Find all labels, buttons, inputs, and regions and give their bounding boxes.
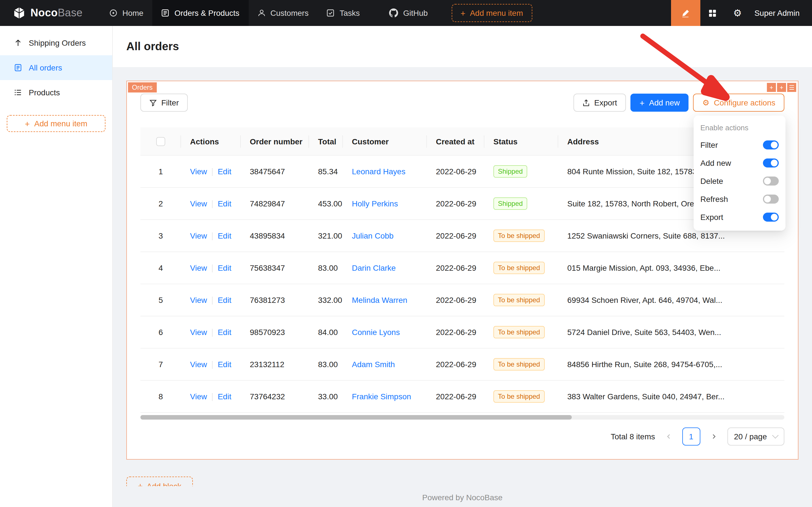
nav-add-menu-item-button[interactable]: + Add menu item bbox=[451, 4, 532, 22]
next-page-button[interactable] bbox=[705, 428, 722, 446]
delete-toggle[interactable] bbox=[763, 176, 779, 185]
view-link[interactable]: View bbox=[190, 392, 207, 401]
configure-actions-button[interactable]: ⚙ Configure actions bbox=[693, 94, 785, 112]
app-root: NocoBase Home Orders & Products Customer… bbox=[0, 0, 812, 507]
block-collection-tag: Orders bbox=[128, 82, 157, 93]
sidebar-item-products[interactable]: Products bbox=[0, 80, 112, 105]
add-new-button[interactable]: + Add new bbox=[630, 94, 689, 112]
row-index: 1 bbox=[140, 156, 181, 188]
sidebar-item-label: Products bbox=[29, 88, 60, 97]
plugins-grid-button[interactable] bbox=[700, 0, 725, 26]
view-link[interactable]: View bbox=[190, 199, 207, 208]
sidebar-item-all-orders[interactable]: All orders bbox=[0, 55, 112, 80]
customer-link[interactable]: Darin Clarke bbox=[352, 264, 396, 273]
dropdown-item-export[interactable]: Export bbox=[694, 208, 786, 226]
customer-link[interactable]: Leonard Hayes bbox=[352, 167, 405, 176]
order-number-cell: 74829847 bbox=[241, 188, 309, 220]
edit-link[interactable]: Edit bbox=[218, 231, 231, 240]
nav-item-github[interactable]: GitHub bbox=[380, 0, 437, 26]
nav-item-home[interactable]: Home bbox=[100, 0, 153, 26]
customer-link[interactable]: Melinda Warren bbox=[352, 296, 407, 305]
edit-link[interactable]: Edit bbox=[218, 392, 231, 401]
view-link[interactable]: View bbox=[190, 328, 207, 337]
customer-link[interactable]: Connie Lyons bbox=[352, 328, 400, 337]
filter-toggle[interactable] bbox=[763, 140, 779, 150]
row-index: 2 bbox=[140, 188, 181, 220]
nav-item-label: Customers bbox=[270, 8, 308, 17]
status-cell: To be shipped bbox=[484, 317, 558, 348]
edit-link[interactable]: Edit bbox=[218, 295, 231, 304]
add-block-button[interactable]: + Add block bbox=[126, 477, 193, 487]
nav-item-customers[interactable]: Customers bbox=[248, 0, 317, 26]
sidebar-add-menu-item-button[interactable]: + Add menu item bbox=[7, 115, 106, 132]
row-index: 4 bbox=[140, 252, 181, 284]
dropdown-item-refresh[interactable]: Refresh bbox=[694, 190, 786, 208]
edit-link[interactable]: Edit bbox=[218, 199, 231, 208]
ui-editor-toggle-button[interactable] bbox=[671, 0, 700, 26]
page-number-button[interactable]: 1 bbox=[682, 428, 700, 446]
toolbar-right-group: Export + Add new ⚙ Configure actions bbox=[574, 94, 785, 112]
view-link[interactable]: View bbox=[190, 263, 207, 272]
brand-name-bold: Noco bbox=[31, 7, 58, 19]
column-header-status: Status bbox=[484, 127, 558, 156]
add-block-clip: + Add block bbox=[126, 477, 193, 487]
status-cell: To be shipped bbox=[484, 348, 558, 381]
customers-icon bbox=[257, 9, 265, 17]
dropdown-item-add-new[interactable]: Add new bbox=[694, 154, 786, 172]
order-number-cell: 75638347 bbox=[241, 252, 309, 284]
view-link[interactable]: View bbox=[190, 231, 207, 240]
customer-link[interactable]: Adam Smith bbox=[352, 360, 395, 369]
dropdown-item-label: Filter bbox=[700, 140, 718, 150]
export-toggle[interactable] bbox=[763, 213, 779, 222]
page-header: All orders bbox=[113, 26, 812, 67]
nav-item-tasks[interactable]: Tasks bbox=[317, 0, 369, 26]
nav-item-label: Orders & Products bbox=[175, 8, 239, 17]
status-badge: Shipped bbox=[494, 166, 527, 178]
horizontal-scrollbar[interactable] bbox=[140, 415, 785, 420]
customer-link[interactable]: Holly Perkins bbox=[352, 200, 398, 208]
column-header-order-number: Order number bbox=[241, 127, 309, 156]
table-row: 8 ViewEdit 73764232 33.00 Frankie Simpso… bbox=[140, 381, 785, 413]
dropdown-item-filter[interactable]: Filter bbox=[694, 136, 786, 154]
address-cell: 69934 Schoen River, Apt. 646, 49704, Wal… bbox=[558, 284, 785, 317]
gear-icon: ⚙ bbox=[702, 99, 709, 107]
view-link[interactable]: View bbox=[190, 167, 207, 176]
brand-name: NocoBase bbox=[31, 7, 82, 19]
page-size-select[interactable]: 20 / page bbox=[727, 428, 785, 446]
select-all-checkbox[interactable] bbox=[156, 137, 165, 146]
block-settings-icon[interactable]: ☰ bbox=[787, 83, 796, 92]
view-link[interactable]: View bbox=[190, 360, 207, 369]
export-icon bbox=[582, 99, 590, 106]
address-cell: 015 Margie Mission, Apt. 093, 34936, Ebe… bbox=[558, 252, 785, 284]
top-nav: NocoBase Home Orders & Products Customer… bbox=[0, 0, 812, 26]
user-menu[interactable]: Super Admin bbox=[750, 8, 812, 17]
block-initializer-icon[interactable]: + bbox=[777, 83, 786, 92]
customer-link[interactable]: Frankie Simpson bbox=[352, 392, 411, 401]
edit-link[interactable]: Edit bbox=[218, 328, 231, 337]
row-actions: ViewEdit bbox=[181, 188, 241, 220]
customer-link[interactable]: Julian Cobb bbox=[352, 231, 394, 240]
filter-button-label: Filter bbox=[161, 98, 179, 107]
drag-handle-icon[interactable]: + bbox=[767, 83, 776, 92]
brand-logo[interactable]: NocoBase bbox=[0, 0, 100, 26]
edit-link[interactable]: Edit bbox=[218, 167, 231, 176]
view-link[interactable]: View bbox=[190, 295, 207, 304]
edit-link[interactable]: Edit bbox=[218, 263, 231, 272]
status-cell: Shipped bbox=[484, 188, 558, 220]
nav-item-orders-products[interactable]: Orders & Products bbox=[153, 0, 248, 26]
sidebar-item-shipping-orders[interactable]: Shipping Orders bbox=[0, 31, 112, 55]
previous-page-button[interactable] bbox=[659, 428, 678, 446]
gear-icon: ⚙ bbox=[733, 8, 742, 18]
edit-link[interactable]: Edit bbox=[218, 360, 231, 369]
refresh-toggle[interactable] bbox=[763, 194, 779, 204]
filter-button[interactable]: Filter bbox=[140, 94, 188, 112]
settings-button[interactable]: ⚙ bbox=[725, 0, 750, 26]
dropdown-item-delete[interactable]: Delete bbox=[694, 172, 786, 190]
scrollbar-thumb[interactable] bbox=[140, 415, 572, 420]
address-cell: 5724 Daniel Drive, Suite 563, 54403, Wen… bbox=[558, 317, 785, 348]
export-button[interactable]: Export bbox=[574, 94, 626, 112]
row-index: 7 bbox=[140, 348, 181, 381]
add-new-toggle[interactable] bbox=[763, 159, 779, 168]
chevron-down-icon bbox=[772, 432, 779, 439]
customer-cell: Leonard Hayes bbox=[343, 156, 427, 188]
